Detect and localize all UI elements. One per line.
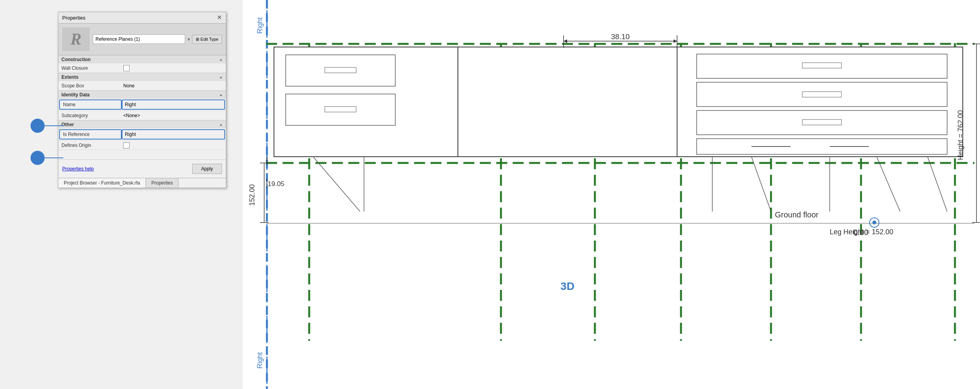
is-reference-value[interactable] <box>122 129 225 139</box>
is-reference-label: Is Reference <box>59 129 122 139</box>
svg-rect-27 <box>697 139 947 154</box>
defines-origin-label: Defines Origin <box>58 141 121 150</box>
properties-help-link[interactable]: Properties help <box>62 166 94 172</box>
annotation-circle-name <box>31 119 45 133</box>
scope-box-row: Scope Box None <box>58 81 226 90</box>
close-button[interactable]: ✕ <box>217 14 222 21</box>
name-input[interactable] <box>125 102 222 107</box>
dropdown-arrow-icon: ▼ <box>187 37 191 42</box>
svg-point-54 <box>872 221 876 224</box>
scope-box-label: Scope Box <box>58 81 121 90</box>
svg-text:152.00: 152.00 <box>248 184 256 206</box>
svg-rect-22 <box>802 63 841 68</box>
tab-properties[interactable]: Properties <box>146 178 179 188</box>
apply-button[interactable]: Apply <box>192 164 222 174</box>
bottom-tabs: Project Browser - Furniture_Desk.rfa Pro… <box>58 178 226 188</box>
drawing-svg: Right Right <box>243 0 980 389</box>
defines-origin-row: Defines Origin <box>58 141 226 150</box>
wall-closure-label: Wall Closure <box>58 63 121 72</box>
svg-text:3D: 3D <box>560 280 575 292</box>
is-reference-input[interactable] <box>125 132 222 137</box>
edit-type-button[interactable]: ⊞ Edit Type <box>192 35 222 44</box>
svg-rect-24 <box>802 92 841 97</box>
section-other-label: Other <box>61 122 74 127</box>
canvas-area: Right Right <box>243 0 980 389</box>
section-construction[interactable]: Construction ▲ <box>58 55 226 63</box>
tab-project-browser[interactable]: Project Browser - Furniture_Desk.rfa <box>58 178 146 188</box>
scope-box-text: None <box>123 83 135 89</box>
type-dropdown[interactable]: Reference Planes (1) <box>93 34 185 44</box>
name-label: Name <box>59 100 122 110</box>
section-identity-data[interactable]: Identity Data ▲ <box>58 90 226 99</box>
defines-origin-value <box>121 141 226 150</box>
annotation-line-name <box>45 125 63 126</box>
subcategory-value: <None> <box>121 111 226 120</box>
section-other[interactable]: Other ▲ <box>58 120 226 128</box>
svg-text:38.10: 38.10 <box>611 33 630 41</box>
section-extents[interactable]: Extents ▲ <box>58 73 226 81</box>
svg-text:Ground floor: Ground floor <box>775 210 819 219</box>
extents-chevron-icon: ▲ <box>219 75 223 79</box>
panel-footer: Properties help Apply <box>58 159 226 178</box>
panel-title: Properties <box>62 15 85 21</box>
section-construction-label: Construction <box>61 57 91 62</box>
annotation-circle-is-reference <box>31 151 45 165</box>
scope-box-value: None <box>121 81 226 90</box>
other-chevron-icon: ▲ <box>219 123 223 127</box>
svg-text:Right: Right <box>256 17 264 34</box>
type-icon: R <box>62 27 90 51</box>
annotation-line-is-reference <box>45 157 63 158</box>
panel-titlebar: Properties ✕ <box>58 12 226 24</box>
wall-closure-value <box>121 63 226 72</box>
defines-origin-checkbox[interactable] <box>123 142 130 148</box>
type-selector-area: R Reference Planes (1) ▼ ⊞ Edit Type <box>58 24 226 55</box>
svg-text:Height = 762.00: Height = 762.00 <box>957 110 964 160</box>
properties-panel: Properties ✕ R Reference Planes (1) ▼ ⊞ … <box>58 12 226 188</box>
svg-text:0.00: 0.00 <box>853 228 868 237</box>
identity-chevron-icon: ▲ <box>219 93 223 97</box>
section-extents-label: Extents <box>61 74 78 80</box>
svg-rect-17 <box>325 67 356 73</box>
is-reference-row: Is Reference <box>58 128 226 141</box>
subcategory-row: Subcategory <None> <box>58 111 226 120</box>
subcategory-text: <None> <box>123 113 140 118</box>
section-identity-label: Identity Data <box>61 92 90 98</box>
svg-text:19.05: 19.05 <box>268 180 285 188</box>
construction-chevron-icon: ▲ <box>219 58 223 62</box>
svg-rect-26 <box>802 119 841 125</box>
name-value[interactable] <box>122 100 225 110</box>
name-row: Name <box>58 99 226 111</box>
wall-closure-row: Wall Closure <box>58 63 226 73</box>
svg-rect-19 <box>325 107 356 112</box>
wall-closure-checkbox[interactable] <box>123 65 130 71</box>
svg-text:Right: Right <box>256 352 264 369</box>
subcategory-label: Subcategory <box>58 111 121 120</box>
